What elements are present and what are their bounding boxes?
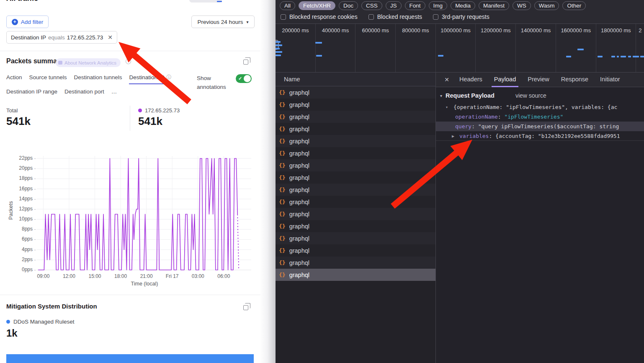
chevron-down-icon: ▾ bbox=[246, 20, 248, 24]
section-caret-icon[interactable]: ▾ bbox=[440, 93, 442, 98]
request-name: graphql bbox=[289, 174, 309, 181]
y-tick-label: 10pps bbox=[11, 216, 33, 222]
divider bbox=[0, 295, 260, 295]
detail-tab-initiator[interactable]: Initiator bbox=[594, 73, 626, 87]
remove-filter-icon[interactable]: ✕ bbox=[108, 34, 113, 41]
filter-pill-js[interactable]: JS bbox=[386, 1, 402, 10]
mitigation-title: Mitigation System Distribution bbox=[6, 303, 97, 310]
timeline-request-mark bbox=[316, 55, 322, 57]
show-annotations-toggle[interactable]: ✓ bbox=[236, 74, 252, 83]
payload-text: variables: {accountTag: "b12e3b2192ee558… bbox=[436, 131, 620, 141]
tab-label: Destination tunnels bbox=[74, 74, 122, 80]
request-row[interactable]: {}graphql bbox=[276, 159, 435, 171]
filter-pill-img[interactable]: Img bbox=[429, 1, 448, 10]
filter-pill-doc[interactable]: Doc bbox=[339, 1, 358, 10]
checkbox-blocked-response-cookies[interactable]: Blocked response cookies bbox=[281, 13, 358, 20]
request-row[interactable]: {}graphql bbox=[276, 99, 435, 111]
detail-tab-response[interactable]: Response bbox=[555, 73, 594, 87]
about-network-analytics-badge[interactable]: About Network Analytics bbox=[56, 58, 121, 67]
timeline-label: 200000 ms bbox=[276, 24, 316, 73]
request-row[interactable]: {}graphql bbox=[276, 269, 435, 281]
payload-segment-plain: "query ipFlowTimeseries($accountTag: str… bbox=[478, 123, 619, 130]
tab-destination-tunnels[interactable]: Destination tunnels bbox=[74, 74, 122, 83]
filter-field: Destination IP bbox=[11, 34, 46, 41]
detail-tab-payload[interactable]: Payload bbox=[488, 73, 522, 87]
expand-card-icon[interactable] bbox=[243, 60, 248, 65]
filter-pill-media[interactable]: Media bbox=[451, 1, 475, 10]
filter-pill-all[interactable]: All bbox=[280, 1, 295, 10]
payload-line[interactable]: operationName: "ipFlowTimeseries" bbox=[436, 112, 644, 122]
payload-line[interactable]: ▾{operationName: "ipFlowTimeseries", var… bbox=[436, 102, 644, 112]
divider bbox=[130, 106, 130, 131]
filter-pill-fetch-xhr[interactable]: Fetch/XHR bbox=[299, 1, 335, 10]
stat-total-value: 541k bbox=[6, 115, 31, 128]
filter-pill-font[interactable]: Font bbox=[405, 1, 425, 10]
request-row[interactable]: {}graphql bbox=[276, 135, 435, 147]
timeline-label: 1800000 ms bbox=[596, 24, 636, 73]
json-braces-icon: {} bbox=[279, 174, 286, 181]
expander-open-icon[interactable]: ▾ bbox=[446, 102, 448, 112]
request-name: graphql bbox=[289, 150, 309, 157]
request-row[interactable]: {}graphql bbox=[276, 196, 435, 208]
tab-destination-ip[interactable]: Destination IPⓘ bbox=[129, 74, 171, 83]
filter-pill-css[interactable]: CSS bbox=[361, 1, 382, 10]
request-row[interactable]: {}graphql bbox=[276, 220, 435, 232]
tab-source-tunnels[interactable]: Source tunnels bbox=[29, 74, 67, 83]
checkbox-3rd-party-requests[interactable]: 3rd-party requests bbox=[433, 13, 489, 20]
name-column-header[interactable]: Name bbox=[276, 73, 435, 86]
json-braces-icon: {} bbox=[279, 101, 286, 108]
time-range-dropdown[interactable]: Previous 24 hours ▾ bbox=[191, 16, 255, 28]
toggle-knob bbox=[244, 75, 251, 82]
request-row[interactable]: {}graphql bbox=[276, 232, 435, 244]
tab-label: Destination IP bbox=[129, 74, 164, 80]
view-source-link[interactable]: view source bbox=[515, 92, 546, 99]
tab-destination-port[interactable]: Destination port bbox=[64, 88, 104, 97]
checkbox-blocked-requests[interactable]: Blocked requests bbox=[368, 13, 422, 20]
detail-tab-preview[interactable]: Preview bbox=[522, 73, 555, 87]
request-row[interactable]: {}graphql bbox=[276, 184, 435, 196]
y-tick-label: 8pps bbox=[11, 226, 33, 232]
request-name: graphql bbox=[289, 101, 309, 108]
close-icon[interactable]: ✕ bbox=[440, 76, 453, 83]
filter-chip[interactable]: Destination IP equals 172.65.225.73 ✕ bbox=[6, 31, 117, 44]
expander-closed-icon[interactable]: ▶ bbox=[452, 131, 454, 141]
timeline-request-mark bbox=[315, 42, 322, 44]
detail-tab-headers[interactable]: Headers bbox=[453, 73, 488, 87]
request-row[interactable]: {}graphql bbox=[276, 86, 435, 99]
tab-action[interactable]: Action bbox=[6, 74, 22, 83]
payload-line[interactable]: query: "query ipFlowTimeseries($accountT… bbox=[436, 122, 644, 131]
packets-summary-title: Packets summary bbox=[6, 57, 63, 65]
network-overview-timeline[interactable]: 200000 ms400000 ms600000 ms800000 ms1000… bbox=[276, 24, 644, 73]
filter-pill-wasm[interactable]: Wasm bbox=[534, 1, 559, 10]
filter-pill-ws[interactable]: WS bbox=[513, 1, 531, 10]
plus-icon: + bbox=[12, 19, 18, 25]
add-filter-button[interactable]: + Add filter bbox=[6, 16, 49, 28]
request-row[interactable]: {}graphql bbox=[276, 208, 435, 220]
checkbox-icon bbox=[433, 14, 438, 20]
legend-dot bbox=[6, 320, 10, 324]
payload-segment-plain: : bbox=[471, 123, 478, 130]
request-row[interactable]: {}graphql bbox=[276, 147, 435, 159]
request-row[interactable]: {}graphql bbox=[276, 111, 435, 123]
request-row[interactable]: {}graphql bbox=[276, 257, 435, 269]
request-row[interactable]: {}graphql bbox=[276, 171, 435, 184]
tab-[interactable]: … bbox=[111, 88, 117, 97]
window-artifact-icon bbox=[217, 1, 222, 2]
filter-pill-other[interactable]: Other bbox=[562, 1, 586, 10]
tab-destination-ip-range[interactable]: Destination IP range bbox=[6, 88, 57, 97]
timeline-request-mark bbox=[640, 56, 644, 57]
y-tick-mark bbox=[34, 199, 36, 200]
devtools-panel: AllFetch/XHRDocCSSJSFontImgMediaManifest… bbox=[276, 0, 644, 363]
request-row[interactable]: {}graphql bbox=[276, 244, 435, 257]
payload-line[interactable]: ▶variables: {accountTag: "b12e3b2192ee55… bbox=[436, 131, 644, 141]
summary-tabs-row1: ActionSource tunnelsDestination tunnelsD… bbox=[6, 74, 171, 83]
json-braces-icon: {} bbox=[279, 126, 286, 132]
filter-pill-manifest[interactable]: Manifest bbox=[479, 1, 509, 10]
y-tick-label: 20pps bbox=[11, 165, 33, 171]
request-row[interactable]: {}graphql bbox=[276, 123, 435, 135]
detail-tabbar: ✕ HeadersPayloadPreviewResponseInitiator bbox=[436, 73, 644, 87]
expand-card-icon[interactable] bbox=[243, 305, 248, 310]
window-gap bbox=[260, 0, 276, 363]
screen: All traffic + Add filter Previous 24 hou… bbox=[0, 0, 644, 363]
tab-label: Destination port bbox=[64, 88, 104, 95]
